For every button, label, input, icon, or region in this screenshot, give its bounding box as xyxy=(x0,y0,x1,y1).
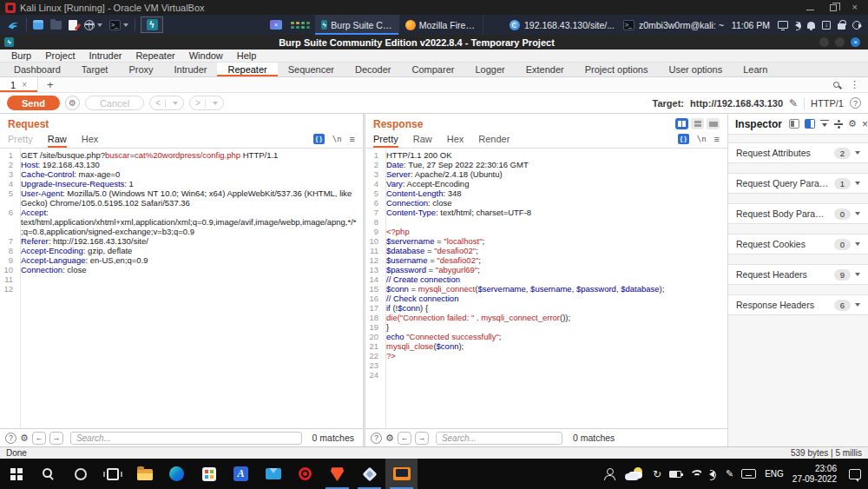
taskbar-app-brave[interactable] xyxy=(321,459,353,489)
launcher-file-manager[interactable] xyxy=(30,15,47,35)
help-icon[interactable]: ? xyxy=(371,433,382,444)
battery-icon[interactable] xyxy=(669,471,681,478)
pen-icon[interactable]: ✎ xyxy=(726,469,733,479)
next-match-button[interactable]: → xyxy=(49,432,63,445)
taskbar-app-mail[interactable] xyxy=(257,459,289,489)
taskbar-app-cortana[interactable] xyxy=(64,459,96,489)
tab-target[interactable]: Target xyxy=(71,63,119,76)
display-settings-button[interactable]: × xyxy=(266,15,286,35)
window-button-mozilla-firefox[interactable]: Mozilla Firefox xyxy=(399,15,483,35)
lock-icon[interactable] xyxy=(838,23,845,30)
launcher-terminal[interactable]: >_ xyxy=(106,15,132,35)
panel-clock[interactable]: 11:06 PM xyxy=(732,20,770,30)
send-settings-gear-icon[interactable]: ⚙ xyxy=(65,96,80,110)
bell-icon[interactable] xyxy=(807,22,815,29)
menu-help[interactable]: Help xyxy=(231,50,263,61)
tab-sequencer[interactable]: Sequencer xyxy=(278,63,345,76)
close-icon[interactable]: × xyxy=(851,37,860,47)
taskbar-app-start[interactable] xyxy=(0,459,32,489)
launcher-web-browser[interactable] xyxy=(81,15,106,35)
tab-learn[interactable]: Learn xyxy=(733,63,778,76)
wifi-icon[interactable] xyxy=(689,470,701,479)
taskbar-app-edge[interactable] xyxy=(161,459,193,489)
close-icon[interactable]: × xyxy=(852,3,858,12)
show-newlines-icon[interactable]: \n xyxy=(332,135,342,143)
edit-target-pencil-icon[interactable]: ✎ xyxy=(789,97,798,109)
tab-comparer[interactable]: Comparer xyxy=(402,63,465,76)
response-tab-raw[interactable]: Raw xyxy=(413,130,432,148)
search-icon[interactable] xyxy=(833,82,839,88)
maximize-icon[interactable] xyxy=(835,37,845,47)
response-editor[interactable]: 1HTTP/1.1 200 OK2Date: Tue, 27 Sep 2022 … xyxy=(365,149,727,428)
collapse-all-icon[interactable] xyxy=(834,120,843,129)
inspector-section-request-query-parameters[interactable]: Request Query Parameters1 xyxy=(728,173,868,194)
people-icon[interactable] xyxy=(603,468,616,480)
close-inspector-icon[interactable]: × xyxy=(862,118,868,130)
help-icon[interactable]: ? xyxy=(5,433,16,444)
restore-icon[interactable] xyxy=(830,4,837,11)
next-match-button[interactable]: → xyxy=(415,432,429,445)
add-tab-button[interactable]: + xyxy=(38,77,62,92)
history-forward-button[interactable]: > xyxy=(189,96,224,110)
taskbar-app-vm[interactable] xyxy=(385,459,418,489)
send-button[interactable]: Send xyxy=(7,96,60,110)
menu-window[interactable]: Window xyxy=(183,50,229,61)
tab-project-options[interactable]: Project options xyxy=(575,63,659,76)
taskbar-app-access[interactable]: A xyxy=(225,459,257,489)
search-settings-gear-icon[interactable]: ⚙ xyxy=(20,433,29,443)
kali-menu-button[interactable] xyxy=(3,15,23,35)
tab-repeater[interactable]: Repeater xyxy=(217,63,277,76)
layout-columns-button[interactable] xyxy=(675,118,688,129)
taskbar-app-virtualbox[interactable] xyxy=(353,459,385,489)
request-tab-raw[interactable]: Raw xyxy=(48,130,67,148)
tab-intruder[interactable]: Intruder xyxy=(164,63,218,76)
workspace-pager[interactable] xyxy=(291,22,310,29)
inspector-settings-gear-icon[interactable]: ⚙ xyxy=(848,119,857,129)
tab-decoder[interactable]: Decoder xyxy=(345,63,402,76)
tab-session-1[interactable]: 1 × xyxy=(0,77,38,92)
prev-match-button[interactable]: ← xyxy=(398,432,411,445)
search-input[interactable] xyxy=(436,432,562,445)
inspector-section-request-attributes[interactable]: Request Attributes2 xyxy=(728,142,868,163)
inspector-section-request-headers[interactable]: Request Headers9 xyxy=(728,264,868,285)
expand-all-icon[interactable] xyxy=(820,120,829,129)
menu-intruder[interactable]: Intruder xyxy=(83,50,128,61)
launcher-folder[interactable] xyxy=(47,15,65,35)
volume-icon[interactable] xyxy=(795,22,800,29)
launcher-text-editor[interactable] xyxy=(65,15,81,35)
prettify-icon[interactable]: { } xyxy=(678,134,689,144)
kebab-menu-icon[interactable]: ⋮ xyxy=(850,79,859,90)
request-editor[interactable]: 1GET /site/busque.php?buscar=cat%20wordp… xyxy=(0,149,363,428)
help-icon[interactable]: ? xyxy=(850,97,861,109)
inspector-section-response-headers[interactable]: Response Headers6 xyxy=(728,294,868,315)
tab-user-options[interactable]: User options xyxy=(658,63,733,76)
tab-proxy[interactable]: Proxy xyxy=(118,63,163,76)
chevron-down-icon[interactable] xyxy=(123,23,128,27)
logout-icon[interactable] xyxy=(852,21,861,30)
package-icon[interactable]: ↓ xyxy=(822,21,831,30)
response-tab-pretty[interactable]: Pretty xyxy=(373,130,398,148)
weather-icon[interactable] xyxy=(625,467,644,480)
editor-menu-icon[interactable]: ≡ xyxy=(714,134,720,144)
panel-plugin[interactable]: 192.168.43.130/site/... xyxy=(510,20,615,30)
cancel-button[interactable]: Cancel xyxy=(85,96,144,110)
launcher-burp[interactable]: ϟ xyxy=(141,17,163,33)
language-indicator[interactable]: ENG xyxy=(765,469,784,479)
protocol-selector[interactable]: HTTP/1 xyxy=(811,98,844,109)
tab-extender[interactable]: Extender xyxy=(516,63,575,76)
action-center-icon[interactable] xyxy=(849,469,861,479)
show-newlines-icon[interactable]: \n xyxy=(697,135,707,143)
minimize-icon[interactable] xyxy=(806,10,814,10)
panel-plugin[interactable]: >_z0mbi3w0rm@kali: ~ xyxy=(623,20,724,30)
editor-menu-icon[interactable]: ≡ xyxy=(350,134,355,144)
request-tab-hex[interactable]: Hex xyxy=(82,130,99,148)
taskbar-app-explorer[interactable] xyxy=(128,459,161,489)
chevron-down-icon[interactable] xyxy=(97,23,102,27)
prettify-icon[interactable]: { } xyxy=(313,134,325,144)
prev-match-button[interactable]: ← xyxy=(32,432,46,445)
inspector-section-request-cookies[interactable]: Request Cookies0 xyxy=(728,234,868,254)
inspector-layout-b-icon[interactable] xyxy=(805,119,815,129)
inspector-section-request-body-parameters[interactable]: Request Body Parameters0 xyxy=(728,203,868,224)
layout-single-button[interactable] xyxy=(707,118,720,129)
close-tab-icon[interactable]: × xyxy=(22,80,27,89)
